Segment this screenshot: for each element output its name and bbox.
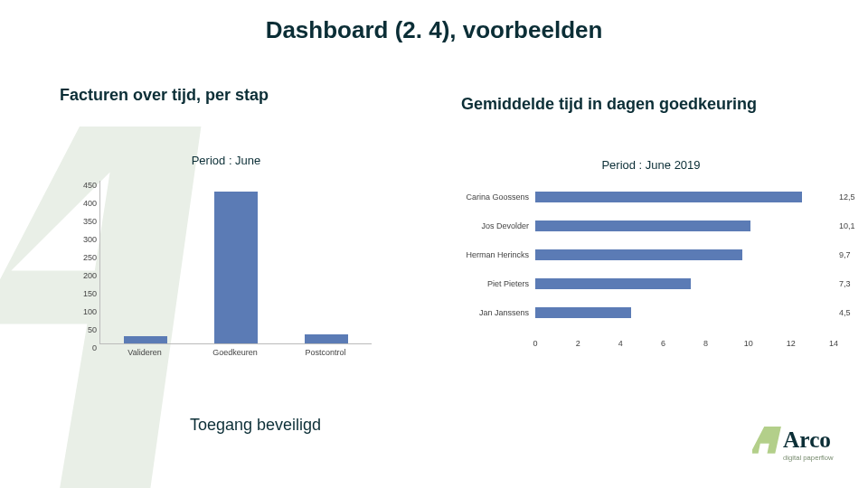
chart2-x-tick: 10 [744,339,753,348]
chart1-y-tick: 400 [75,199,97,208]
chart1-y-tick: 100 [75,307,97,316]
chart2-x-tick: 8 [703,339,708,348]
chart-invoices-per-step: Period : June 05010015020025030035040045… [72,154,380,375]
chart1-y-tick: 200 [75,271,97,280]
chart2-category-label: Herman Herincks [452,250,529,259]
chart2-bar [535,249,742,260]
chart2-row: Piet Pieters7,3 [452,272,850,296]
chart1-y-tick: 50 [75,325,97,334]
chart2-x-tick: 14 [829,339,838,348]
chart2-x-tick: 6 [661,339,665,348]
chart2-x-tick: 2 [576,339,580,348]
subtitle-left: Facturen over tijd, per stap [60,86,269,105]
page-title: Dashboard (2. 4), voorbeelden [0,16,868,44]
chart2-row: Herman Herincks9,7 [452,243,850,267]
chart2-row: Jos Devolder10,1 [452,214,850,238]
chart2-plot-area: Carina Goossens12,5Jos Devolder10,1Herma… [452,185,850,341]
chart2-category-label: Carina Goossens [452,192,529,202]
chart2-category-label: Jos Devolder [452,221,529,230]
slide: Dashboard (2. 4), voorbeelden Facturen o… [0,0,868,488]
chart1-x-tick: Goedkeuren [199,348,271,357]
chart1-y-tick: 150 [75,289,97,298]
chart2-value-label: 10,1 [839,221,855,230]
chart2-bar [535,278,691,289]
chart1-x-tick: Postcontrol [289,348,362,357]
chart1-bar [305,334,348,343]
chart2-x-tick: 0 [533,339,537,348]
chart2-category-label: Jan Janssens [452,308,529,317]
svg-text:Arco: Arco [783,427,831,452]
chart1-plot-area: 050100150200250300350400450 [99,181,372,344]
chart2-value-label: 12,5 [839,192,855,202]
chart1-x-tick: Valideren [108,348,181,357]
footer-text: Toegang beveiligd [190,416,321,435]
chart1-y-tick: 0 [75,343,97,352]
chart2-row: Carina Goossens12,5 [452,185,850,209]
chart2-value-label: 9,7 [839,250,851,259]
chart2-bar [535,307,631,318]
chart2-x-tick: 12 [787,339,796,348]
chart2-title: Period : June 2019 [452,158,850,172]
chart2-value-label: 7,3 [839,279,851,288]
chart2-bar [535,221,750,231]
chart1-bar [214,192,258,343]
arco-logo: Arco digital paperflow [752,421,852,472]
chart1-y-tick: 350 [75,217,97,226]
chart2-bar [535,192,802,202]
logo-tagline: digital paperflow [783,454,834,462]
chart1-y-tick: 450 [75,181,97,190]
chart2-x-tick: 4 [618,339,623,348]
chart2-value-label: 4,5 [839,308,851,317]
chart-avg-days-approval: Period : June 2019 Carina Goossens12,5Jo… [452,158,850,366]
chart1-y-tick: 250 [75,253,97,262]
chart1-y-tick: 300 [75,235,97,244]
chart2-row: Jan Janssens4,5 [452,301,850,324]
chart2-category-label: Piet Pieters [452,279,529,288]
chart1-bar [124,336,167,343]
subtitle-right: Gemiddelde tijd in dagen goedkeuring [461,95,757,114]
chart2-x-axis: 02468101214 [535,339,834,352]
chart1-title: Period : June [72,154,380,167]
